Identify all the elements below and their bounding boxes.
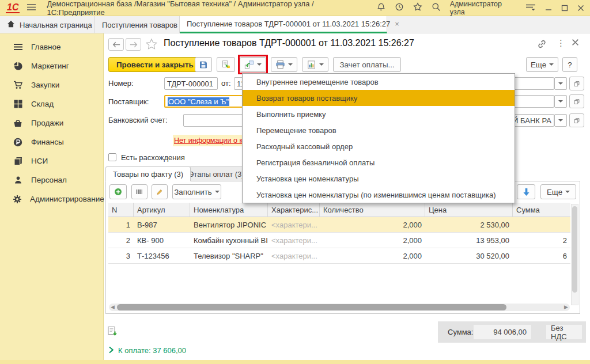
print-button[interactable]	[271, 57, 297, 72]
caret-down-icon	[288, 63, 293, 68]
combo-open-button[interactable]	[554, 77, 567, 90]
number-label: Номер:	[108, 79, 134, 88]
cell-characteristic: <характери...	[268, 221, 320, 229]
caret-down-icon	[257, 63, 262, 68]
add-row-button[interactable]	[109, 184, 127, 199]
caret-down-icon	[558, 119, 563, 124]
combo-open-button[interactable]	[554, 114, 567, 127]
forward-button[interactable]	[126, 38, 141, 51]
post-document-button[interactable]	[217, 57, 235, 72]
bank-account-label: Банковский счет:	[108, 116, 168, 124]
favorite-star-icon[interactable]	[145, 38, 158, 52]
pie-chart-icon	[13, 62, 23, 71]
bank-value: Й БАНК РА	[513, 116, 551, 125]
tab-payment-stages[interactable]: Этапы оплат (3)	[181, 166, 252, 181]
table-more-button[interactable]: Еще	[540, 184, 576, 199]
maximize-button[interactable]	[561, 5, 568, 12]
payment-offset-button[interactable]: Зачет оплаты...	[333, 57, 401, 72]
open-windows-tabbar: Начальная страница Поступления товаров ×…	[0, 16, 590, 33]
document-title: Поступление товаров ТДРТ-000001 от 11.03…	[164, 38, 414, 48]
more-button[interactable]: Еще	[526, 57, 558, 72]
cell-sku: КВ- 900	[134, 236, 190, 245]
help-button[interactable]: ?	[562, 57, 577, 72]
tab-label: Товары по факту (3)	[113, 170, 183, 179]
table-row[interactable]: 3 Т-123456 Телевизор "SHARP" <характери.…	[108, 248, 570, 264]
bank-account-field[interactable]	[183, 114, 251, 127]
move-down-button[interactable]	[517, 184, 535, 199]
window-title: Демонстрационная база /Магазин "Бытовая …	[47, 0, 369, 17]
close-tab-icon[interactable]: ×	[395, 20, 399, 28]
menu-item-goods-transfer[interactable]: Перемещение товаров	[243, 122, 515, 138]
supplier-field[interactable]: ООО "Слеза и Ъ"	[164, 95, 252, 108]
books-icon	[13, 157, 23, 165]
table-row[interactable]: 1 В-987 Вентилятор JIPONIC (... <характе…	[108, 217, 570, 233]
get-link-icon[interactable]	[537, 39, 547, 51]
sidebar-item-personnel[interactable]: Персонал	[0, 170, 103, 189]
search-icon[interactable]	[432, 2, 441, 13]
fill-label: Заполнить	[174, 188, 211, 196]
menu-item-set-prices[interactable]: Установка цен номенклатуры	[243, 170, 515, 187]
col-sum: Сумма	[513, 203, 570, 217]
scrollbar-thumb[interactable]	[117, 304, 506, 310]
sidebar-item-administration[interactable]: Администрирование	[0, 189, 103, 208]
open-value-button[interactable]	[569, 94, 584, 108]
service-menu-icon[interactable]	[525, 3, 536, 13]
combo-open-button[interactable]	[554, 95, 567, 108]
table-header-row[interactable]: N Артикул Номенклатура Характерис... Кол…	[108, 203, 570, 217]
tab-receipt-doc[interactable]: Поступление товаров ТДРТ-000001 от 11.03…	[180, 16, 387, 33]
edit-pencil-button[interactable]	[152, 184, 168, 199]
tab-receipts-list[interactable]: Поступления товаров ×	[95, 16, 180, 33]
save-button[interactable]	[195, 57, 212, 72]
current-user[interactable]: Администратор узла	[450, 0, 516, 16]
reports-button[interactable]	[302, 57, 328, 72]
posted-document-icon[interactable]	[107, 326, 118, 338]
minimize-button[interactable]	[545, 5, 552, 12]
main-menu-icon[interactable]	[27, 3, 36, 13]
no-counterparty-info-link[interactable]: Нет информации о кон	[174, 136, 251, 145]
sidebar-item-nsi[interactable]: НСИ	[0, 151, 103, 170]
scroll-right-icon[interactable]: ▶	[564, 304, 568, 311]
discrepancies-checkbox[interactable]	[108, 153, 116, 161]
menu-item-set-prices-by-changed-supplier-prices[interactable]: Установка цен номенклатуры (по изменивши…	[243, 187, 515, 203]
close-form-icon[interactable]	[572, 39, 579, 48]
cell-qty: 2,000	[320, 236, 425, 245]
post-and-close-button[interactable]: Провести и закрыть	[108, 57, 202, 72]
sidebar-item-purchases[interactable]: Закупки	[0, 75, 103, 94]
open-value-button[interactable]	[569, 113, 584, 127]
sidebar-item-warehouse[interactable]: Склад	[0, 94, 103, 113]
payable-link[interactable]: К оплате: 37 606,00	[118, 346, 186, 355]
menu-item-cashless-payment-registration[interactable]: Регистрация безналичной оплаты	[243, 154, 515, 170]
sidebar-item-marketing[interactable]: Маркетинг	[0, 56, 103, 75]
chevron-right-icon[interactable]	[108, 346, 114, 355]
number-field[interactable]: ТДРТ-000001	[164, 77, 218, 90]
notifications-bell-icon[interactable]	[377, 2, 385, 13]
tab-home[interactable]: Начальная страница	[0, 16, 95, 33]
more-dots-icon[interactable]: ⋮	[557, 38, 565, 48]
table-row[interactable]: 2 КВ- 900 Комбайн кухонный BI... <характ…	[108, 233, 570, 248]
favorites-star-icon[interactable]	[413, 2, 422, 13]
scrollbar-thumb[interactable]	[572, 206, 577, 293]
cell-price: 30 520,00	[425, 252, 513, 260]
table-vertical-scrollbar[interactable]	[571, 204, 578, 305]
vat-mode: Без НДС	[546, 325, 582, 339]
menu-item-cash-outflow-order[interactable]: Расходный кассовый ордер	[243, 138, 515, 154]
history-icon[interactable]	[395, 2, 404, 13]
sidebar-item-finance[interactable]: Финансы	[0, 132, 103, 151]
back-button[interactable]	[108, 38, 124, 51]
fill-button[interactable]: Заполнить	[172, 184, 221, 199]
ruble-icon	[13, 138, 23, 147]
scroll-left-icon[interactable]: ◀	[111, 304, 115, 311]
create-based-on-button[interactable]	[240, 57, 266, 72]
menu-item-return-to-supplier[interactable]: Возврат товаров поставщику	[243, 90, 515, 106]
menu-item-internal-transfer[interactable]: Внутреннее перемещение товаров	[243, 74, 515, 90]
barcode-scan-button[interactable]	[131, 184, 148, 199]
sidebar-item-main[interactable]: Главное	[0, 37, 103, 56]
menu-item-perform-acceptance[interactable]: Выполнить приемку	[243, 106, 515, 122]
table-horizontal-scrollbar[interactable]: ◀ ▶	[109, 304, 570, 311]
open-value-button[interactable]	[569, 77, 584, 90]
close-window-button[interactable]	[577, 5, 584, 12]
sidebar-item-label: Продажи	[31, 119, 63, 127]
tab-label: Этапы оплат (3)	[188, 170, 244, 179]
sidebar-item-sales[interactable]: Продажи	[0, 113, 103, 132]
tab-goods-by-fact[interactable]: Товары по факту (3)	[105, 166, 191, 181]
